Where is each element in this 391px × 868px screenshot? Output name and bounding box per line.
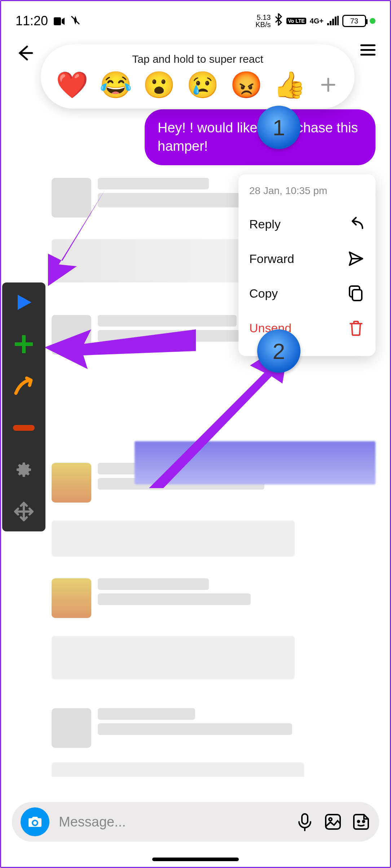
volte-badge: Vo LTE [286,18,306,24]
svg-rect-0 [54,17,61,25]
network-speed: 5.13 KB/s [255,14,271,28]
navigation-pill[interactable] [152,858,239,861]
svg-rect-4 [13,425,35,431]
annotation-step-2: 2 [257,329,300,373]
kbps-unit: KB/s [255,21,271,28]
status-left: 11:20 [16,13,80,29]
context-copy[interactable]: Copy [249,276,365,311]
status-right: 5.13 KB/s Vo LTE 4G+ 73 [255,13,375,29]
reaction-tip: Tap and hold to super react [54,53,342,65]
tool-arrow[interactable] [11,373,36,399]
svg-point-7 [329,818,332,821]
tool-play[interactable] [11,290,36,315]
context-timestamp: 28 Jan, 10:35 pm [249,185,365,197]
annotation-arrow-1 [23,181,117,290]
copy-icon [347,285,365,302]
context-copy-label: Copy [249,286,278,301]
menu-button[interactable] [360,44,375,56]
back-button[interactable] [16,44,34,67]
svg-point-9 [363,821,365,823]
reply-icon [347,215,365,233]
camera-button[interactable] [21,807,49,836]
context-forward[interactable]: Forward [249,241,365,276]
reaction-picker: Tap and hold to super react ❤️ 😂 😮 😢 😡 👍 [41,44,355,109]
signal-icon [327,13,339,29]
mic-button[interactable] [295,812,314,831]
sticker-button[interactable] [352,812,370,831]
privacy-dot-icon [370,18,375,24]
reaction-wow[interactable]: 😮 [143,72,175,98]
reaction-heart[interactable]: ❤️ [56,72,88,98]
trash-icon [347,319,365,337]
annotation-step-1: 1 [257,106,300,149]
context-reply[interactable]: Reply [249,207,365,241]
reaction-angry[interactable]: 😡 [230,72,263,98]
phone-frame: 11:20 5.13 KB/s Vo LTE 4G+ 73 [0,0,391,868]
reaction-more[interactable] [317,74,339,96]
context-reply-label: Reply [249,217,281,231]
bluetooth-icon [274,13,283,29]
status-time: 11:20 [16,13,48,29]
svg-rect-5 [302,814,308,824]
network-type: 4G+ [310,17,324,25]
forward-icon [347,250,365,267]
message-input[interactable]: Message... [59,814,286,830]
tool-settings[interactable] [11,457,36,482]
reaction-thumbsup[interactable]: 👍 [273,72,306,98]
reaction-sad[interactable]: 😢 [186,72,219,98]
battery-percent: 73 [350,17,358,25]
tool-add[interactable] [11,332,36,357]
context-forward-label: Forward [249,252,294,266]
battery-badge: 73 [342,15,366,27]
compass-off-icon [70,13,80,29]
kbps-value: 5.13 [255,14,271,21]
gallery-button[interactable] [324,812,342,831]
tool-move[interactable] [11,499,36,524]
recording-icon [54,13,65,29]
message-input-bar: Message... [12,802,379,842]
annotation-toolbar [2,282,45,531]
svg-point-8 [358,821,360,823]
tool-line[interactable] [11,415,36,440]
status-bar: 11:20 5.13 KB/s Vo LTE 4G+ 73 [1,1,390,26]
reaction-laugh[interactable]: 😂 [100,72,132,98]
reaction-row: ❤️ 😂 😮 😢 😡 👍 [54,72,342,98]
message-context-menu: 28 Jan, 10:35 pm Reply Forward Copy Unse… [238,174,375,356]
svg-rect-3 [352,290,362,301]
